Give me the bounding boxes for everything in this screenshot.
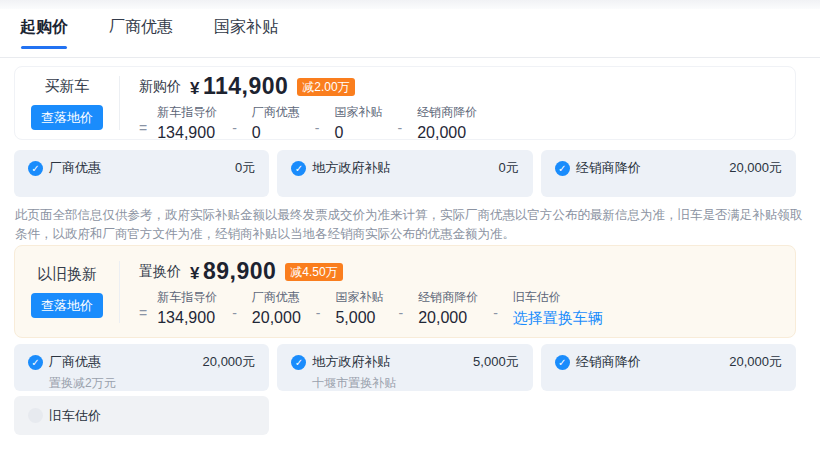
trade-in-price-detail: 置换价 ¥89,900 减4.50万 = 新车指导价 134,900 - 厂商优…	[120, 246, 795, 337]
price-panel: 起购价 厂商优惠 国家补贴 买新车 查落地价 新购价 ¥114,900 减2.0…	[0, 0, 820, 476]
minus-sign: -	[315, 112, 320, 136]
trade-in-section-title: 以旧换新	[37, 265, 97, 284]
trade-in-price-label: 置换价	[139, 263, 181, 281]
local-government-subsidy-card[interactable]: ✓ 地方政府补贴 0元	[277, 150, 532, 197]
new-car-section-title: 买新车	[45, 77, 90, 96]
trade-in-left-column: 以旧换新 查落地价	[15, 246, 119, 337]
trade-in-benefit-cards: ✓ 厂商优惠 20,000元 置换减2万元 ✓ 地方政府补贴 5,000元 十堰…	[14, 344, 796, 391]
formula-term-old-car-valuation: 旧车估价 选择置换车辆	[513, 290, 603, 328]
formula-term-dealer-discount: 经销商降价 20,000	[417, 105, 477, 143]
formula-term-national-subsidy: 国家补贴 5,000	[335, 290, 383, 328]
new-car-discount-badge: 减2.00万	[297, 78, 354, 96]
minus-sign: -	[232, 112, 237, 136]
formula-term-manufacturer-discount: 厂商优惠 0	[252, 105, 300, 143]
new-car-price-label: 新购价	[139, 78, 181, 96]
card-sub-note: 置换减2万元	[49, 375, 255, 392]
price-tabbar: 起购价 厂商优惠 国家补贴	[20, 17, 278, 49]
manufacturer-discount-card[interactable]: ✓ 厂商优惠 0元	[14, 150, 269, 197]
check-circle-icon: ✓	[291, 355, 306, 370]
formula-term-national-subsidy: 国家补贴 0	[335, 105, 383, 143]
check-circle-icon: ✓	[291, 161, 306, 176]
trade-in-price-value: ¥89,900	[190, 258, 276, 285]
trade-in-price-formula: = 新车指导价 134,900 - 厂商优惠 20,000 - 国家补贴 5,0…	[139, 290, 795, 328]
new-car-price-formula: = 新车指导价 134,900 - 厂商优惠 0 - 国家补贴 0 - 经销商降…	[139, 105, 795, 143]
old-car-valuation-card[interactable]: 旧车估价	[14, 396, 269, 435]
check-circle-icon: ✓	[28, 161, 43, 176]
trade-in-check-floor-price-button[interactable]: 查落地价	[31, 293, 103, 318]
select-trade-in-vehicle-link[interactable]: 选择置换车辆	[513, 307, 603, 328]
tab-manufacturer-discount[interactable]: 厂商优惠	[109, 17, 173, 49]
new-car-price-number: 114,900	[203, 73, 288, 99]
tab-national-subsidy[interactable]: 国家补贴	[214, 17, 278, 49]
minus-sign: -	[493, 297, 498, 321]
local-government-subsidy-card[interactable]: ✓ 地方政府补贴 5,000元 十堰市置换补贴	[277, 344, 532, 391]
tab-start-price[interactable]: 起购价	[20, 17, 68, 49]
new-car-price-section: 买新车 查落地价 新购价 ¥114,900 减2.00万 = 新车指导价 134…	[14, 66, 796, 140]
top-strip	[0, 0, 820, 9]
check-circle-icon: ✓	[555, 355, 570, 370]
yen-symbol: ¥	[190, 79, 200, 98]
equals-sign: =	[139, 297, 147, 321]
yen-symbol: ¥	[190, 264, 200, 283]
new-car-benefit-cards: ✓ 厂商优惠 0元 ✓ 地方政府补贴 0元 ✓ 经销商降价 20,000元	[14, 150, 796, 197]
equals-sign: =	[139, 112, 147, 136]
check-circle-icon: ✓	[555, 161, 570, 176]
minus-sign: -	[316, 297, 321, 321]
formula-term-guide-price: 新车指导价 134,900	[157, 290, 217, 328]
dealer-discount-card[interactable]: ✓ 经销商降价 20,000元	[541, 150, 796, 197]
new-car-price-row: 新购价 ¥114,900 减2.00万	[139, 73, 795, 100]
disclaimer-text: 此页面全部信息仅供参考，政府实际补贴金额以最终发票成交价为准来计算，实际厂商优惠…	[15, 206, 803, 245]
minus-sign: -	[398, 297, 403, 321]
trade-in-price-row: 置换价 ¥89,900 减4.50万	[139, 258, 795, 285]
new-car-left-column: 买新车 查落地价	[15, 67, 119, 139]
unchecked-circle-icon	[28, 408, 43, 423]
trade-in-price-section: 以旧换新 查落地价 置换价 ¥89,900 减4.50万 = 新车指导价 134…	[14, 245, 796, 338]
card-sub-note: 十堰市置换补贴	[312, 375, 518, 392]
new-car-price-value: ¥114,900	[190, 73, 288, 100]
formula-term-guide-price: 新车指导价 134,900	[157, 105, 217, 143]
new-car-check-floor-price-button[interactable]: 查落地价	[31, 105, 103, 130]
formula-term-dealer-discount: 经销商降价 20,000	[418, 290, 478, 328]
trade-in-discount-badge: 减4.50万	[285, 263, 342, 281]
new-car-price-detail: 新购价 ¥114,900 减2.00万 = 新车指导价 134,900 - 厂商…	[120, 67, 795, 139]
formula-term-manufacturer-discount: 厂商优惠 20,000	[252, 290, 301, 328]
trade-in-price-number: 89,900	[203, 258, 276, 284]
check-circle-icon: ✓	[28, 355, 43, 370]
minus-sign: -	[232, 297, 237, 321]
minus-sign: -	[398, 112, 403, 136]
manufacturer-discount-card[interactable]: ✓ 厂商优惠 20,000元 置换减2万元	[14, 344, 269, 391]
dealer-discount-card[interactable]: ✓ 经销商降价 20,000元	[541, 344, 796, 391]
tabbar-divider	[0, 57, 820, 58]
